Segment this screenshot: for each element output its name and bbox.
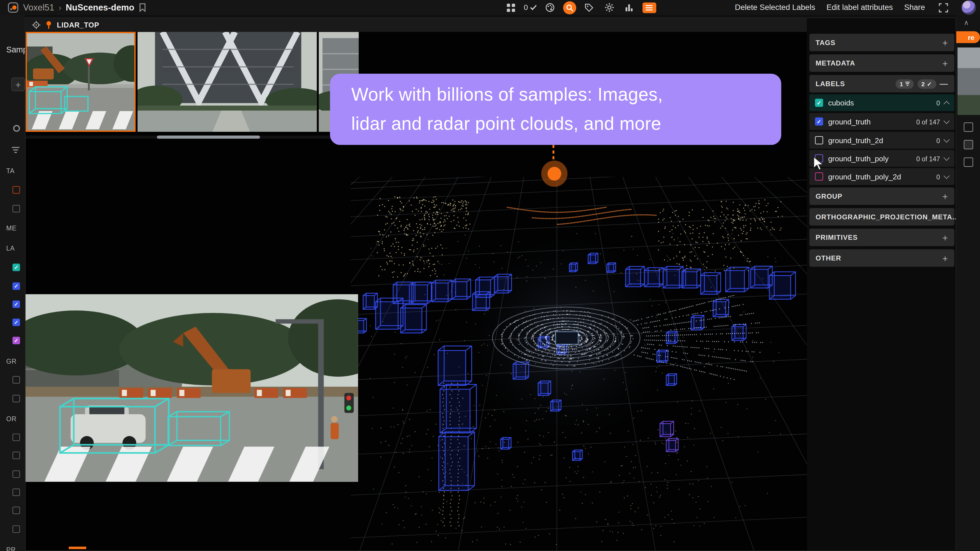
ortho-checkbox[interactable] bbox=[13, 433, 20, 441]
list-view-icon[interactable] bbox=[642, 2, 656, 13]
group-checkbox[interactable] bbox=[13, 395, 20, 402]
label-checkbox[interactable]: ✓ bbox=[13, 300, 20, 308]
thumbnail-scrollbar-thumb[interactable] bbox=[157, 135, 260, 138]
apps-grid-icon[interactable] bbox=[504, 0, 517, 14]
label-row-ground-truth-poly-2d[interactable]: ground_truth_poly_2d 0 bbox=[809, 168, 954, 185]
label-count: 0 of 147 bbox=[916, 155, 940, 162]
ortho-checkbox[interactable] bbox=[13, 507, 20, 514]
sidebar-section-group[interactable]: GR bbox=[6, 357, 17, 365]
label-count: 0 of 147 bbox=[916, 118, 940, 125]
lidar-3d-viewer[interactable] bbox=[350, 177, 807, 551]
callout-line-1: Work with billions of samples: Images, bbox=[352, 81, 760, 108]
section-group[interactable]: GROUP + bbox=[809, 187, 954, 205]
ortho-checkbox[interactable] bbox=[13, 452, 20, 459]
chevron-down-icon[interactable] bbox=[943, 154, 950, 161]
tag-icon[interactable] bbox=[582, 0, 596, 14]
layout-icon[interactable] bbox=[964, 157, 973, 167]
add-icon[interactable]: + bbox=[942, 37, 948, 48]
chevron-down-icon[interactable] bbox=[943, 172, 950, 179]
camera-thumbnail-2[interactable] bbox=[138, 32, 317, 132]
section-label: OTHER bbox=[816, 254, 841, 262]
chevron-down-icon[interactable] bbox=[943, 118, 950, 124]
section-primitives[interactable]: PRIMITIVES + bbox=[809, 229, 954, 246]
label-sidebar: TAGS + METADATA + LABELS 1 2 bbox=[807, 18, 956, 551]
group-checkbox[interactable] bbox=[13, 376, 20, 383]
section-metadata[interactable]: METADATA + bbox=[809, 54, 954, 72]
background-thumbnail[interactable] bbox=[958, 48, 980, 115]
label-name: ground_truth bbox=[828, 117, 870, 126]
sidebar-section-tags[interactable]: TA bbox=[6, 167, 15, 174]
section-tags[interactable]: TAGS + bbox=[809, 34, 954, 51]
voxel51-logo-icon[interactable] bbox=[7, 2, 19, 13]
callout-line-2: lidar and radar point clouds, and more bbox=[352, 110, 760, 138]
avatar[interactable] bbox=[961, 0, 976, 15]
scroll-up-icon[interactable]: ∧ bbox=[964, 19, 969, 27]
filter-icon[interactable] bbox=[11, 146, 20, 154]
share-button[interactable]: Share bbox=[904, 3, 925, 12]
label-row-cuboids[interactable]: ✓ cuboids 0 bbox=[809, 94, 954, 111]
filter-count: 1 bbox=[900, 80, 904, 87]
camera-thumbnail-1[interactable] bbox=[25, 32, 135, 132]
label-row-ground-truth-poly[interactable]: ground_truth_poly 0 of 147 bbox=[809, 150, 954, 167]
checkbox-ground-truth[interactable]: ✓ bbox=[815, 118, 823, 125]
collapse-icon[interactable]: — bbox=[940, 79, 948, 89]
grid-size-icon[interactable] bbox=[964, 122, 973, 132]
panel-icon[interactable] bbox=[964, 140, 973, 149]
toggle-icon[interactable] bbox=[13, 125, 20, 132]
label-checkbox[interactable]: ✓ bbox=[13, 337, 20, 344]
add-icon[interactable]: + bbox=[942, 232, 948, 243]
tag-checkbox[interactable] bbox=[13, 205, 20, 212]
section-labels[interactable]: LABELS 1 2 ✓ — bbox=[809, 75, 954, 92]
label-count: 0 bbox=[936, 173, 940, 180]
bookmark-icon[interactable] bbox=[138, 3, 146, 12]
color-palette-icon[interactable] bbox=[543, 0, 557, 14]
fullscreen-icon[interactable] bbox=[936, 0, 950, 14]
crosshair-icon[interactable] bbox=[32, 21, 41, 30]
search-icon[interactable] bbox=[563, 1, 576, 14]
filter-badge[interactable]: 1 bbox=[896, 79, 914, 89]
label-checkbox[interactable]: ✓ bbox=[13, 264, 20, 271]
pin-icon[interactable] bbox=[45, 21, 52, 30]
add-icon[interactable]: + bbox=[942, 58, 948, 68]
label-checkbox[interactable]: ✓ bbox=[13, 282, 20, 290]
mouse-cursor bbox=[812, 156, 826, 174]
section-label: PRIMITIVES bbox=[816, 233, 858, 241]
ortho-checkbox[interactable] bbox=[13, 470, 20, 478]
label-row-ground-truth-2d[interactable]: ground_truth_2d 0 bbox=[809, 132, 954, 149]
modal-header: LIDAR_TOP bbox=[25, 18, 807, 32]
gear-icon[interactable] bbox=[602, 0, 616, 14]
sidebar-section-orthographic[interactable]: OR bbox=[6, 415, 17, 422]
checkbox-cuboids[interactable]: ✓ bbox=[815, 98, 823, 107]
sidebar-section-metadata[interactable]: ME bbox=[6, 224, 17, 232]
thumbnail-image-1 bbox=[27, 33, 134, 131]
label-count: 0 bbox=[936, 137, 940, 144]
edit-label-attributes-button[interactable]: Edit label attributes bbox=[827, 3, 893, 12]
section-other[interactable]: OTHER + bbox=[809, 249, 954, 267]
label-checkbox[interactable]: ✓ bbox=[13, 319, 20, 326]
label-name: ground_truth_poly bbox=[828, 154, 888, 163]
section-orthographic-projection[interactable]: ORTHOGRAPHIC_PROJECTION_META.. + bbox=[809, 208, 954, 225]
section-label: TAGS bbox=[816, 39, 835, 46]
tag-checkbox[interactable] bbox=[13, 186, 20, 194]
chevron-up-icon[interactable] bbox=[943, 101, 950, 107]
brand-name[interactable]: Voxel51 bbox=[23, 3, 54, 13]
add-icon[interactable]: + bbox=[942, 191, 948, 201]
add-filter-button[interactable]: + bbox=[11, 77, 25, 91]
statistics-icon[interactable] bbox=[622, 0, 636, 14]
label-row-ground-truth[interactable]: ✓ ground_truth 0 of 147 bbox=[809, 113, 954, 130]
delete-selected-labels-button[interactable]: Delete Selected Labels bbox=[735, 3, 815, 12]
dataset-name[interactable]: NuScenes-demo bbox=[66, 3, 134, 13]
sidebar-section-primitives[interactable]: PR bbox=[6, 546, 16, 551]
add-icon[interactable]: + bbox=[942, 253, 948, 263]
filter-icon bbox=[905, 81, 910, 86]
selection-count-value: 0 bbox=[524, 3, 528, 12]
topbar: Voxel51 › NuScenes-demo 0 bbox=[0, 0, 980, 15]
ortho-checkbox[interactable] bbox=[13, 489, 20, 496]
sidebar-section-labels[interactable]: LA bbox=[6, 245, 15, 252]
camera-sample-view[interactable] bbox=[25, 294, 358, 481]
chevron-down-icon[interactable] bbox=[943, 137, 950, 143]
checked-badge[interactable]: 2 ✓ bbox=[918, 79, 936, 89]
ortho-checkbox[interactable] bbox=[13, 526, 20, 533]
checked-count: 2 bbox=[921, 80, 925, 87]
checkbox-ground-truth-2d[interactable] bbox=[815, 136, 823, 144]
